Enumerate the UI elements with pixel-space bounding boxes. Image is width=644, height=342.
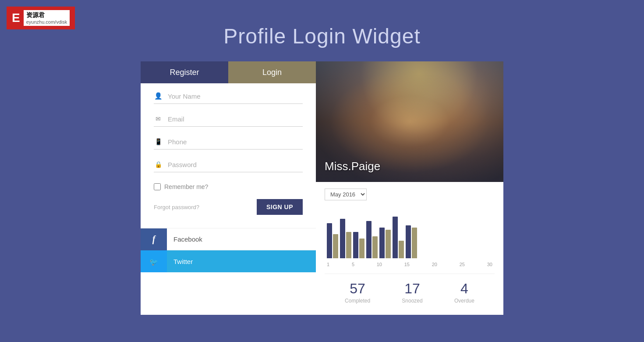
- bar-light: [346, 232, 351, 258]
- chart-label: 20: [432, 262, 437, 267]
- bar-dark: [379, 228, 385, 258]
- forgot-password-link[interactable]: Forgot password?: [154, 204, 199, 210]
- bar-group: [393, 217, 404, 258]
- bar-group: [379, 228, 391, 258]
- metrics-row: 57Completed17Snoozed4Overdue: [325, 274, 495, 308]
- page-title-area: Profile Login Widget: [0, 0, 644, 61]
- month-select[interactable]: May 2016 Apr 2016 Mar 2016: [325, 189, 367, 200]
- password-field-row: [154, 160, 303, 172]
- right-widget: Miss.Paige May 2016 Apr 2016 Mar 2016 15…: [316, 61, 503, 315]
- signup-button[interactable]: SIGN UP: [257, 199, 303, 215]
- twitter-label: Twitter: [167, 258, 193, 265]
- bar-dark: [393, 217, 398, 258]
- bar-group: [366, 221, 378, 258]
- chart-label: 15: [404, 262, 410, 267]
- bar-light: [399, 241, 404, 258]
- bar-light: [359, 239, 364, 258]
- main-content: Register Login: [0, 61, 644, 315]
- chart-labels: 151015202530: [325, 262, 495, 267]
- bar-dark: [353, 232, 358, 258]
- facebook-icon: [141, 228, 167, 250]
- chart-label: 10: [377, 262, 382, 267]
- email-input[interactable]: [168, 115, 303, 123]
- bar-group: [406, 225, 417, 258]
- metric: 57Completed: [345, 281, 370, 304]
- twitter-button[interactable]: Twitter: [141, 250, 316, 272]
- chart-label: 30: [487, 262, 492, 267]
- logo: E 资源君 eyunzhu.com/vdisk: [7, 7, 75, 29]
- metric-label: Snoozed: [402, 298, 422, 304]
- facebook-label: Facebook: [167, 235, 202, 243]
- bar-group: [340, 219, 351, 258]
- chart-label: 25: [460, 262, 465, 267]
- lock-icon: [154, 160, 163, 168]
- remember-checkbox[interactable]: [154, 183, 161, 190]
- metric-label: Completed: [345, 298, 370, 304]
- bar-light: [372, 236, 378, 258]
- bar-dark: [327, 223, 332, 258]
- bar-light: [333, 234, 338, 258]
- email-icon: [154, 115, 163, 123]
- tab-login[interactable]: Login: [228, 61, 316, 83]
- phone-field-row: [154, 138, 303, 150]
- profile-name: Miss.Paige: [325, 160, 380, 173]
- bar-light: [386, 230, 391, 258]
- logo-url: eyunzhu.com/vdisk: [26, 19, 67, 25]
- metric-label: Overdue: [454, 298, 474, 304]
- bar-dark: [366, 221, 372, 258]
- facebook-button[interactable]: Facebook: [141, 228, 316, 250]
- metric-value: 4: [454, 281, 474, 297]
- email-field-row: [154, 115, 303, 127]
- remember-row: Remember me?: [154, 183, 303, 190]
- page-title: Profile Login Widget: [0, 24, 644, 48]
- social-area: Facebook Twitter: [141, 228, 316, 272]
- metric: 17Snoozed: [402, 281, 422, 304]
- logo-letter: E: [12, 11, 20, 25]
- remember-label: Remember me?: [164, 183, 208, 190]
- name-input[interactable]: [168, 93, 303, 100]
- stats-area: May 2016 Apr 2016 Mar 2016 151015202530 …: [316, 182, 503, 315]
- twitter-icon: [141, 250, 167, 272]
- tabs: Register Login: [141, 61, 316, 83]
- phone-icon: [154, 138, 163, 146]
- person-icon: [154, 92, 163, 100]
- bar-dark: [340, 219, 345, 258]
- bar-group: [327, 223, 338, 258]
- chart-label: 5: [352, 262, 354, 267]
- bar-light: [412, 228, 417, 258]
- left-widget: Register Login: [141, 61, 316, 315]
- tab-register[interactable]: Register: [141, 61, 228, 83]
- register-form: Remember me? Forgot password? SIGN UP: [141, 83, 316, 228]
- logo-chinese: 资源君: [26, 11, 67, 19]
- bar-chart: [325, 206, 495, 258]
- metric: 4Overdue: [454, 281, 474, 304]
- password-input[interactable]: [168, 161, 303, 168]
- profile-photo: Miss.Paige: [316, 61, 503, 182]
- metric-value: 57: [345, 281, 370, 297]
- chart-label: 1: [327, 262, 329, 267]
- name-field-row: [154, 92, 303, 104]
- action-row: Forgot password? SIGN UP: [154, 199, 303, 215]
- bar-group: [353, 232, 364, 258]
- bar-dark: [406, 225, 411, 258]
- phone-input[interactable]: [168, 138, 303, 146]
- metric-value: 17: [402, 281, 422, 297]
